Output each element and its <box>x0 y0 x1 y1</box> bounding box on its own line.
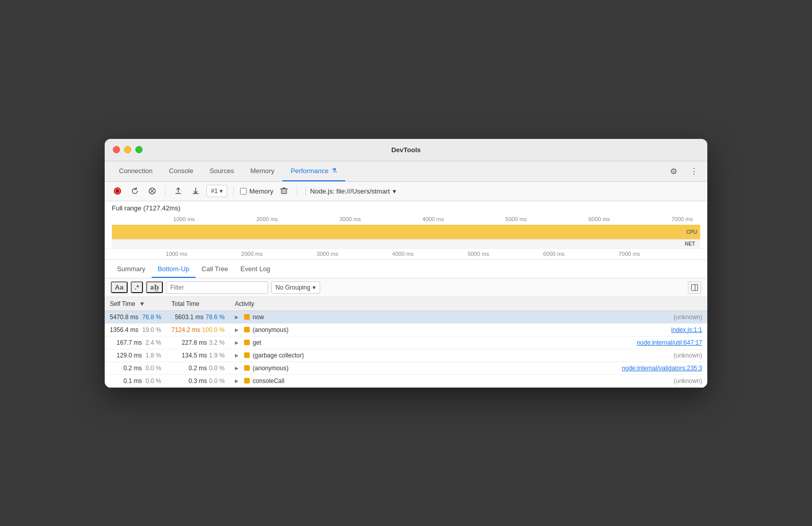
table-header-row: Self Time ▼ Total Time Activity <box>105 297 707 311</box>
tab-connection[interactable]: Connection <box>111 161 161 181</box>
activity-color-dot <box>244 327 250 332</box>
time-ruler-bottom: 1000 ms 2000 ms 3000 ms 4000 ms 5000 ms … <box>105 248 707 259</box>
tab-sources[interactable]: Sources <box>201 161 242 181</box>
regex-filter-button[interactable]: .* <box>131 281 144 293</box>
table-row[interactable]: 1356.4 ms 19.0 %7124.2 ms100.0 % ▶ (anon… <box>105 323 707 336</box>
bottom-panel: Summary Bottom-Up Call Tree Event Log Aa… <box>105 260 707 388</box>
source-unknown: (unknown) <box>674 352 702 359</box>
profile-dropdown[interactable]: #1 ▾ <box>206 185 227 197</box>
activity-color-dot <box>244 340 250 345</box>
maximize-button[interactable] <box>135 146 142 153</box>
range-label: Full range (7127.42ms) <box>105 201 707 213</box>
expand-arrow-icon[interactable]: ▶ <box>235 315 241 320</box>
activity-name: (garbage collector) <box>253 352 304 359</box>
target-selector[interactable]: Node.js: file:///Users/stmart ▾ <box>305 186 400 196</box>
grouping-dropdown[interactable]: No Grouping ▾ <box>271 281 320 294</box>
memory-checkbox-input[interactable] <box>240 188 247 195</box>
time-ruler-top: 1000 ms 2000 ms 3000 ms 4000 ms 5000 ms … <box>105 213 707 225</box>
timeline-area: Full range (7127.42ms) 1000 ms 2000 ms 3… <box>105 201 707 260</box>
cell-self-time: 129.0 ms 1.8 % <box>105 349 166 362</box>
cell-self-time: 0.1 ms 0.0 % <box>105 374 166 387</box>
tab-event-log[interactable]: Event Log <box>234 265 277 278</box>
activity-color-dot <box>244 378 250 384</box>
expand-arrow-icon[interactable]: ▶ <box>235 327 241 332</box>
cpu-label: CPU <box>686 229 697 234</box>
source-link[interactable]: index.js:1:1 <box>671 326 702 333</box>
cell-total-time: 134.5 ms1.9 % <box>166 349 230 362</box>
col-self-time[interactable]: Self Time ▼ <box>105 297 166 311</box>
expand-arrow-icon[interactable]: ▶ <box>235 340 241 345</box>
titlebar: DevTools <box>105 139 707 161</box>
cpu-bar-area: CPU NET <box>105 225 707 248</box>
minimize-button[interactable] <box>124 146 131 153</box>
activity-name: consoleCall <box>253 377 284 385</box>
table-row[interactable]: 0.2 ms 0.0 %0.2 ms0.0 % ▶ (anonymous) no… <box>105 362 707 374</box>
tab-call-tree[interactable]: Call Tree <box>196 265 234 278</box>
tab-console[interactable]: Console <box>161 161 202 181</box>
cell-self-time: 0.2 ms 0.0 % <box>105 362 166 374</box>
tab-summary[interactable]: Summary <box>111 265 152 278</box>
profile-dropdown-arrow: ▾ <box>220 187 223 195</box>
close-button[interactable] <box>113 146 120 153</box>
clean-icon-button[interactable] <box>277 184 291 198</box>
col-activity[interactable]: Activity <box>230 297 707 311</box>
download-button[interactable] <box>189 184 202 198</box>
settings-button[interactable]: ⚙ <box>666 164 681 178</box>
cell-self-time: 1356.4 ms 19.0 % <box>105 323 166 336</box>
net-label: NET <box>685 241 697 247</box>
target-dropdown-arrow: ▾ <box>393 187 396 195</box>
source-unknown: (unknown) <box>674 314 702 321</box>
tab-performance[interactable]: Performance ⚗ <box>282 161 345 181</box>
cell-total-time: 0.3 ms0.0 % <box>166 374 230 387</box>
cell-total-time: 7124.2 ms100.0 % <box>166 323 230 336</box>
svg-rect-4 <box>691 284 698 291</box>
activity-name: now <box>253 314 264 321</box>
expand-arrow-icon[interactable]: ▶ <box>235 378 241 384</box>
panel-toggle-button[interactable] <box>688 281 701 294</box>
cell-activity: ▶ consoleCall (unknown) <box>230 374 707 387</box>
more-button[interactable]: ⋮ <box>687 164 701 178</box>
activity-name: (anonymous) <box>253 365 289 372</box>
activity-color-dot <box>244 365 250 371</box>
sub-tabs: Summary Bottom-Up Call Tree Event Log <box>105 260 707 278</box>
col-total-time[interactable]: Total Time <box>166 297 230 311</box>
traffic-lights <box>113 146 142 153</box>
source-unknown: (unknown) <box>674 377 702 385</box>
reload-button[interactable] <box>128 184 141 198</box>
tab-bar: Connection Console Sources Memory Perfor… <box>105 161 707 182</box>
case-filter-button[interactable]: ab̲ <box>146 281 162 293</box>
expand-arrow-icon[interactable]: ▶ <box>235 353 241 358</box>
filter-input[interactable] <box>166 281 268 294</box>
table-row[interactable]: 129.0 ms 1.8 %134.5 ms1.9 % ▶ (garbage c… <box>105 349 707 362</box>
net-row: NET <box>112 239 700 248</box>
cell-activity: ▶ (anonymous) index.js:1:1 <box>230 323 707 336</box>
target-label: Node.js: file:///Users/stmart <box>310 187 390 195</box>
table-row[interactable]: 5470.8 ms 76.8 %5603.1 ms78.6 % ▶ now (u… <box>105 310 707 323</box>
filter-bar: Aa .* ab̲ No Grouping ▾ <box>105 278 707 297</box>
profile-label: #1 <box>211 187 218 195</box>
aa-filter-button[interactable]: Aa <box>111 281 128 293</box>
tab-bottom-up[interactable]: Bottom-Up <box>152 265 196 278</box>
cpu-bar[interactable]: CPU <box>112 225 700 239</box>
svg-point-1 <box>115 189 120 193</box>
source-link[interactable]: node:internal/util:647:17 <box>637 339 702 346</box>
devtools-window: DevTools Connection Console Sources Memo… <box>105 139 707 388</box>
activity-name: get <box>253 339 261 346</box>
record-button[interactable] <box>111 184 124 198</box>
tab-memory[interactable]: Memory <box>242 161 282 181</box>
activity-name: (anonymous) <box>253 326 289 333</box>
table-row[interactable]: 0.1 ms 0.0 %0.3 ms0.0 % ▶ consoleCall (u… <box>105 374 707 387</box>
expand-arrow-icon[interactable]: ▶ <box>235 366 241 371</box>
memory-label: Memory <box>249 187 273 195</box>
grouping-label: No Grouping <box>276 284 311 291</box>
table-row[interactable]: 167.7 ms 2.4 %227.8 ms3.2 % ▶ get node:i… <box>105 336 707 349</box>
source-link[interactable]: node:internal/validators:235:3 <box>622 365 702 372</box>
toolbar-right: ⚙ ⋮ <box>666 164 701 178</box>
cell-self-time: 5470.8 ms 76.8 % <box>105 310 166 323</box>
clear-button[interactable] <box>146 184 159 198</box>
memory-checkbox[interactable]: Memory <box>240 187 273 195</box>
upload-button[interactable] <box>172 184 185 198</box>
svg-rect-3 <box>281 189 286 194</box>
activity-color-dot <box>244 352 250 358</box>
activity-color-dot <box>244 314 250 320</box>
